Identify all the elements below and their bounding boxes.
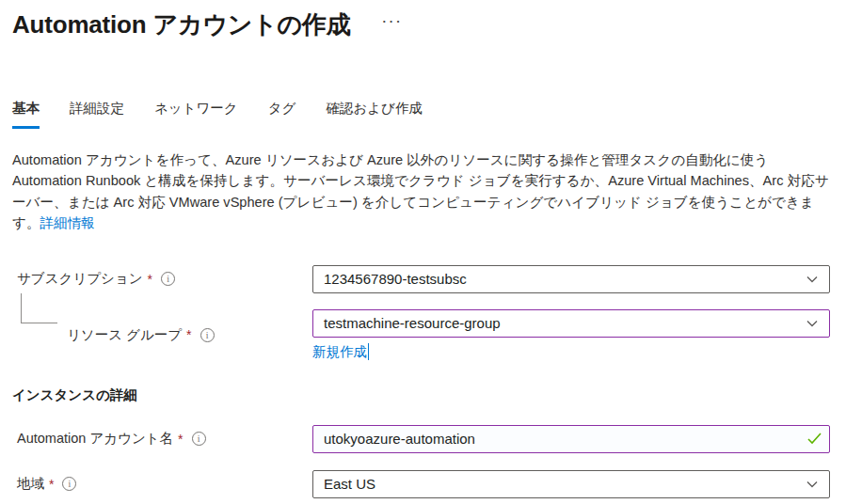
chevron-down-icon (806, 478, 819, 491)
tab-tags[interactable]: タグ (268, 100, 296, 129)
tab-networking[interactable]: ネットワーク (154, 100, 238, 129)
tab-basics[interactable]: 基本 (12, 100, 40, 129)
description-text: Automation アカウントを作って、Azure リソースおよび Azure… (12, 152, 829, 230)
info-icon[interactable]: i (200, 328, 215, 342)
tab-review-create[interactable]: 確認および作成 (326, 100, 423, 129)
region-selected-value: East US (324, 476, 375, 492)
instance-details-section-title: インスタンスの詳細 (12, 386, 831, 404)
required-asterisk: * (178, 432, 183, 447)
page-header: Automation アカウントの作成 ··· (12, 8, 831, 41)
create-new-resource-group-link[interactable]: 新規作成 (312, 343, 367, 361)
account-name-label-group: Automation アカウント名 * i (12, 430, 312, 448)
region-control: East US (312, 470, 830, 498)
info-icon[interactable]: i (192, 432, 206, 446)
basics-form: サブスクリプション * i 1234567890-testsubsc リソース … (12, 265, 831, 498)
account-name-input[interactable] (312, 425, 830, 453)
account-name-input-wrap (312, 425, 830, 453)
resource-group-selected-value: testmachine-resource-group (324, 315, 501, 331)
region-label: 地域 (17, 475, 44, 493)
info-icon[interactable]: i (62, 477, 76, 491)
wizard-tabs: 基本 詳細設定 ネットワーク タグ 確認および作成 (12, 100, 831, 130)
subscription-dropdown[interactable]: 1234567890-testsubsc (312, 265, 830, 293)
required-asterisk: * (148, 272, 152, 287)
account-name-field-row: Automation アカウント名 * i (12, 425, 831, 453)
region-field-row: 地域 * i East US (12, 470, 831, 498)
page-title: Automation アカウントの作成 (12, 8, 351, 41)
create-automation-account-page: Automation アカウントの作成 ··· 基本 詳細設定 ネットワーク タ… (0, 0, 846, 498)
tab-advanced[interactable]: 詳細設定 (70, 100, 124, 129)
resource-group-dropdown[interactable]: testmachine-resource-group (312, 309, 830, 338)
resource-group-control: testmachine-resource-group 新規作成 (312, 309, 830, 361)
valid-check-icon (807, 433, 822, 445)
learn-more-link[interactable]: 詳細情報 (40, 215, 95, 230)
resource-group-label-group: リソース グループ * i (12, 326, 312, 344)
subscription-label: サブスクリプション (17, 270, 143, 288)
resource-group-field-row: リソース グループ * i testmachine-resource-group… (12, 309, 831, 361)
tree-connector-line (21, 293, 57, 323)
subscription-field-row: サブスクリプション * i 1234567890-testsubsc (12, 265, 831, 293)
subscription-selected-value: 1234567890-testsubsc (324, 271, 467, 287)
subscription-control: 1234567890-testsubsc (312, 265, 830, 293)
region-label-group: 地域 * i (12, 475, 312, 493)
text-caret (368, 343, 369, 360)
page-description: Automation アカウントを作って、Azure リソースおよび Azure… (12, 150, 831, 234)
ellipsis-menu-icon[interactable]: ··· (383, 17, 404, 26)
resource-group-label: リソース グループ (67, 326, 182, 344)
info-icon[interactable]: i (161, 272, 175, 286)
region-dropdown[interactable]: East US (312, 470, 830, 498)
chevron-down-icon (806, 317, 819, 330)
account-name-control (312, 425, 830, 453)
subscription-label-group: サブスクリプション * i (12, 270, 312, 288)
chevron-down-icon (806, 273, 819, 286)
create-new-row: 新規作成 (312, 343, 830, 361)
required-asterisk: * (186, 327, 191, 342)
required-asterisk: * (49, 477, 54, 492)
account-name-label: Automation アカウント名 (17, 430, 173, 448)
